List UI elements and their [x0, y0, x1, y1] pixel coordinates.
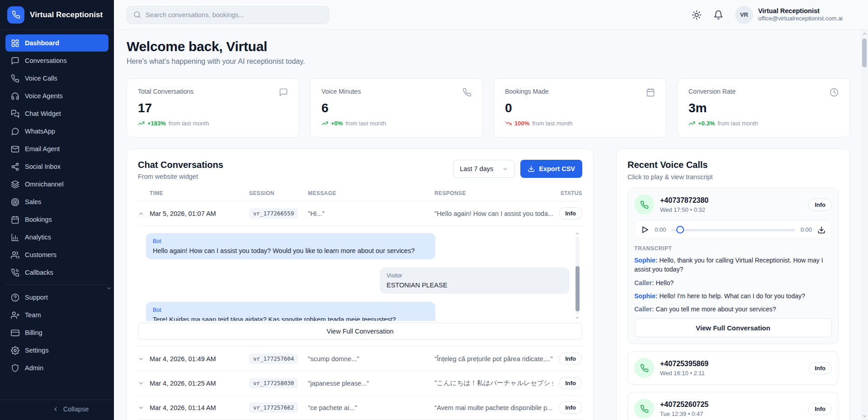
sidebar-item-voice-agents[interactable]: Voice Agents [5, 87, 108, 105]
user-menu[interactable]: VR Virtual Receptionist office@virtualre… [735, 6, 843, 24]
stat-trend: 100%from last month [505, 120, 655, 127]
table-row[interactable]: Mar 5, 2026, 01:07 AM vr_177266559 "HI..… [138, 201, 582, 225]
view-full-conversation-button[interactable]: View Full Conversation [634, 318, 832, 337]
sidebar-item-social-inbox[interactable]: Social Inbox [5, 158, 108, 175]
sidebar-item-bookings[interactable]: Bookings [5, 211, 108, 228]
trend-value: +0% [331, 120, 343, 127]
sidebar-item-customers[interactable]: Customers [5, 246, 108, 263]
scrollbar-track[interactable] [576, 237, 580, 315]
player-seek-slider[interactable] [671, 226, 795, 234]
transcript-text: Hello! I'm here to help. What can I do f… [659, 292, 805, 300]
date-range-select[interactable]: Last 7 days [453, 160, 515, 178]
info-button[interactable]: Info [808, 403, 832, 415]
voice-call-item[interactable]: +40725260725 Tue 12:39 • 0:47 Info [627, 392, 839, 420]
conversation-scrollbar[interactable] [574, 231, 580, 320]
chevron-down-icon[interactable] [138, 405, 144, 411]
sidebar-item-analytics[interactable]: Analytics [5, 229, 108, 246]
call-number: +40725395869 [660, 360, 708, 368]
sidebar-item-label: Bookings [25, 216, 52, 223]
info-button[interactable]: Info [808, 199, 832, 211]
sidebar-item-callbacks[interactable]: Callbacks [5, 264, 108, 281]
theme-toggle-sun-icon[interactable] [692, 10, 702, 20]
export-csv-label: Export CSV [539, 165, 575, 172]
info-button[interactable]: Info [559, 353, 582, 365]
page: Virtual Receptionist Dashboard Conversat… [0, 0, 868, 420]
sidebar-item-label: Customers [25, 251, 57, 258]
sidebar-item-voice-calls[interactable]: Voice Calls [5, 70, 108, 87]
session-badge: vr_177266559 [249, 208, 298, 219]
info-button[interactable]: Info [808, 362, 832, 374]
table-row[interactable]: Mar 4, 2026, 01:14 AM vr_177257662 "ce p… [138, 395, 582, 420]
scroll-up-icon[interactable] [862, 31, 867, 36]
column-response: RESPONSE [434, 190, 553, 196]
calendar-icon [11, 215, 19, 224]
sidebar-item-admin[interactable]: Admin [5, 359, 108, 377]
info-button[interactable]: Info [559, 207, 582, 220]
sidebar-item-team[interactable]: Team [5, 306, 108, 324]
sidebar-item-billing[interactable]: Billing [5, 324, 108, 341]
sidebar-item-email-agent[interactable]: Email Agent [5, 140, 108, 158]
sidebar-item-dashboard[interactable]: Dashboard [5, 34, 108, 52]
row-time: Mar 4, 2026, 01:49 AM [150, 355, 249, 363]
slider-thumb[interactable] [676, 226, 684, 234]
scroll-up-icon[interactable] [575, 231, 580, 236]
scroll-down-icon[interactable] [862, 414, 867, 419]
transcript-speaker: Sophie: [634, 292, 657, 300]
topbar-right: VR Virtual Receptionist office@virtualre… [692, 6, 843, 24]
phone-icon [640, 364, 649, 372]
transcript-speaker: Caller: [634, 305, 654, 313]
sidebar-item-sales[interactable]: Sales [5, 193, 108, 210]
sidebar-item-omnichannel[interactable]: Omnichannel [5, 176, 108, 193]
message-square-icon [279, 88, 288, 97]
table-row[interactable]: Mar 4, 2026, 01:49 AM vr_177257604 "scum… [138, 346, 582, 371]
gear-icon [11, 346, 19, 355]
chat-bubble-visitor: Visitor ESTONIAN PLEASE [380, 267, 570, 294]
info-button[interactable]: Info [559, 377, 582, 389]
sidebar-item-support[interactable]: Support [5, 289, 108, 306]
call-meta-block: +40725260725 Tue 12:39 • 0:47 [660, 401, 708, 417]
clock-icon [830, 88, 839, 97]
chevron-up-icon[interactable] [138, 210, 144, 217]
sidebar-scroll-chevron-down-icon[interactable] [106, 285, 112, 291]
search-input[interactable] [146, 11, 322, 19]
sidebar-item-conversations[interactable]: Conversations [5, 52, 108, 69]
notifications-bell-icon[interactable] [713, 10, 723, 20]
user-plus-icon [11, 311, 19, 320]
global-search[interactable] [127, 6, 329, 24]
download-icon[interactable] [817, 226, 826, 234]
page-scrollbar[interactable] [861, 30, 868, 420]
transcript-label: TRANSCRIPT [634, 245, 832, 252]
credit-card-icon [11, 329, 19, 337]
call-number: +40737872380 [660, 196, 708, 205]
scrollbar-track[interactable] [862, 38, 867, 412]
scrollbar-thumb[interactable] [576, 266, 580, 311]
scrollbar-thumb[interactable] [862, 38, 867, 67]
chevron-down-icon[interactable] [138, 356, 144, 362]
voice-call-item[interactable]: +40737872380 Wed 17:50 • 0:32 Info 0:00 [627, 188, 839, 344]
conversation-scroll-area[interactable]: Bot Hello again! How can I assist you to… [138, 230, 582, 321]
sidebar-item-settings[interactable]: Settings [5, 342, 108, 359]
phone-icon [462, 88, 472, 97]
info-button[interactable]: Info [559, 401, 582, 414]
sidebar-item-whatsapp[interactable]: WhatsApp [5, 123, 108, 140]
sidebar-item-chat-widget[interactable]: Chat Widget [5, 105, 108, 122]
call-icon-badge [634, 195, 654, 215]
play-icon[interactable] [641, 225, 649, 234]
table-row[interactable]: Mar 4, 2026, 01:25 AM vr_177258030 "japa… [138, 371, 582, 395]
row-message: "scump domne..." [308, 355, 434, 363]
transcript-line: Caller: Can you tell me more about your … [634, 305, 832, 314]
trend-value: +0.3% [698, 120, 715, 127]
voice-call-item[interactable]: +40725395869 Wed 16:10 • 2:11 Info [627, 351, 839, 385]
bubble-sender: Visitor [387, 272, 563, 279]
column-session: SESSION [249, 190, 308, 196]
view-full-conversation-button[interactable]: View Full Conversation [138, 323, 582, 340]
transcript-line: Caller: Hello? [634, 278, 832, 287]
stat-card-conversion-rate: Conversion Rate 3m +0.3%from last month [677, 78, 850, 138]
export-csv-button[interactable]: Export CSV [520, 160, 582, 178]
row-response: "Avem mai multe pachete disponibile p... [434, 404, 553, 411]
chevron-down-icon[interactable] [138, 380, 144, 387]
collapse-button[interactable]: Collapse [52, 406, 89, 413]
row-time: Mar 5, 2026, 01:07 AM [150, 210, 249, 217]
audio-player: 0:00 0:00 [634, 220, 832, 239]
scroll-down-icon[interactable] [575, 315, 580, 320]
